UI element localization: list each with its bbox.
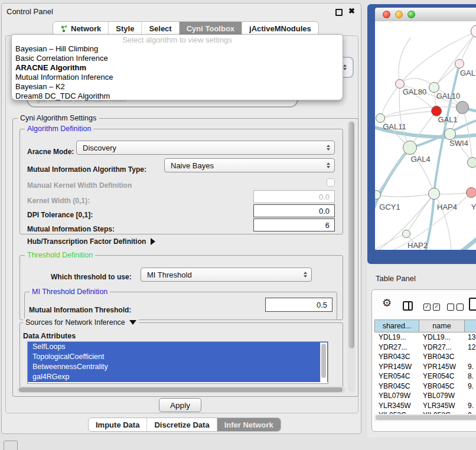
settings-horizontal-scrollbar[interactable]	[17, 386, 345, 393]
apply-button[interactable]: Apply	[159, 398, 201, 412]
control-panel-window: Control Panel ✖ Network Style Select Cyn…	[1, 3, 361, 434]
gal-node[interactable]	[455, 59, 464, 69]
y-node[interactable]	[466, 187, 476, 198]
algorithm-option[interactable]: Dream8 DC_TDC Algorithm	[12, 92, 343, 101]
column-header-shared-name[interactable]: shared...	[374, 319, 419, 332]
cell-name: YDR27...	[419, 343, 465, 353]
settings-vertical-scrollbar[interactable]	[348, 120, 355, 392]
function-icon[interactable]	[469, 298, 476, 311]
tab-infer-network[interactable]: Infer Network	[217, 418, 281, 431]
cell-value: 9.	[465, 362, 476, 372]
algorithm-option[interactable]: Bayesian – K2	[12, 82, 343, 92]
column-view-icon[interactable]	[403, 301, 413, 311]
kernel-width-field[interactable]: 0.0	[253, 190, 335, 203]
cell-shared: YLR345W	[374, 401, 419, 411]
column-header-name[interactable]: name	[419, 319, 465, 332]
algorithm-option[interactable]: Bayesian – Hill Climbing	[12, 44, 343, 54]
table-row[interactable]: YDL19...YDL19...13	[374, 332, 476, 343]
scrollbar-thumb[interactable]	[376, 415, 476, 420]
hap2-node[interactable]	[402, 230, 410, 238]
dpi-tolerance-label: DPI Tolerance [0,1]:	[27, 211, 93, 219]
aracne-mode-label: Aracne Mode:	[27, 148, 74, 156]
tab-select[interactable]: Select	[142, 22, 179, 35]
collapsed-panel-icon[interactable]	[4, 441, 18, 450]
algorithm-option[interactable]: Mutual Information Inference	[12, 73, 343, 82]
sources-title: Sources for Network Inference	[25, 318, 125, 327]
scrollbar-thumb[interactable]	[321, 344, 326, 378]
gal4-node[interactable]	[403, 141, 417, 155]
tab-select-label: Select	[149, 24, 171, 33]
swi4-node[interactable]	[444, 128, 456, 140]
deselect-all-icon[interactable]	[447, 304, 464, 311]
tab-style-label: Style	[116, 24, 134, 33]
attribute-item-selected[interactable]: BetweennessCentrality	[28, 362, 328, 372]
table-row[interactable]: YER054CYER054C8.	[374, 371, 476, 381]
network-window-titlebar[interactable]	[375, 8, 476, 22]
column-divider	[408, 302, 409, 309]
cell-value	[465, 391, 476, 401]
unnamed-node[interactable]	[467, 157, 476, 168]
attribute-item-selected[interactable]: TopologicalCoefficient	[28, 352, 328, 362]
close-traffic-light[interactable]	[383, 11, 390, 18]
manual-kernel-checkbox[interactable]	[327, 178, 335, 187]
table-row[interactable]: YBL079WYBL079W	[374, 391, 476, 401]
cell-value	[465, 352, 476, 362]
hub-definition-expander[interactable]: Hub/Transcription Factor Definition	[27, 237, 155, 246]
node-label: GAL1	[438, 115, 457, 124]
close-icon[interactable]: ✖	[348, 6, 355, 15]
scrollbar-thumb[interactable]	[348, 122, 354, 348]
column-header-partial[interactable]	[465, 319, 476, 332]
hap4-node[interactable]	[428, 188, 440, 200]
attribute-list-scrollbar[interactable]	[320, 343, 327, 383]
mi-type-combo[interactable]: Naive Bayes	[164, 158, 335, 172]
select-all-icon[interactable]: ✓ ✓	[423, 304, 440, 311]
minimize-traffic-light[interactable]	[395, 11, 403, 18]
network-icon	[60, 25, 68, 32]
which-threshold-combo[interactable]: MI Threshold	[141, 268, 312, 282]
sources-expander[interactable]: Sources for Network Inference	[23, 318, 139, 327]
tab-discretize-data[interactable]: Discretize Data	[147, 418, 217, 431]
tab-cyni-toolbox-label: Cyni Toolbox	[187, 24, 234, 33]
attribute-item-selected[interactable]: SelfLoops	[28, 342, 328, 352]
unchecked-box-icon	[457, 304, 464, 311]
network-canvas[interactable]: GAL80GAL10GAL1GAL11SWI4GAL4GCY1HAP4YHAP2…	[375, 21, 476, 250]
data-attributes-list: SelfLoops TopologicalCoefficient Between…	[27, 341, 328, 384]
attribute-item-selected[interactable]: gal4RGexp	[28, 372, 328, 382]
table-row[interactable]: YLR345WYLR345W9.	[374, 401, 476, 411]
mi-threshold-field[interactable]: 0.5	[265, 298, 332, 312]
tab-impute-data[interactable]: Impute Data	[89, 418, 147, 431]
cell-value: 13	[465, 332, 476, 343]
gear-icon[interactable]: ⚙	[382, 296, 392, 309]
mi-steps-field[interactable]: 6	[253, 219, 335, 231]
table-row[interactable]: YPR145WYPR145W9.	[374, 362, 476, 372]
cell-name: YBR043C	[419, 352, 465, 362]
network-edges	[375, 21, 476, 250]
tab-network[interactable]: Network	[53, 22, 109, 35]
unnamed-node[interactable]	[456, 101, 469, 114]
tab-jactivemnodules[interactable]: jActiveMNodules	[242, 22, 318, 35]
dpi-tolerance-field[interactable]: 0.0	[253, 204, 335, 217]
zoom-traffic-light[interactable]	[407, 11, 415, 18]
table-row[interactable]: YBR045CYBR045C9.	[374, 381, 476, 392]
which-threshold-label: Which threshold to use:	[51, 273, 132, 281]
gal11-node[interactable]	[376, 113, 385, 123]
cell-value: 12	[465, 343, 476, 353]
tab-cyni-toolbox[interactable]: Cyni Toolbox	[180, 22, 242, 35]
scrollbar-thumb[interactable]	[19, 387, 343, 392]
which-threshold-value: MI Threshold	[147, 270, 192, 279]
table-panel-body: ⚙ ✓ ✓ shared... name YDL19...YDL19...13 …	[371, 289, 476, 432]
cell-name: YER054C	[419, 371, 465, 381]
table-row[interactable]: YDR27...YDR27...12	[374, 343, 476, 353]
mi-threshold-label: Mutual Information Threshold:	[29, 306, 131, 314]
algorithm-option-selected[interactable]: ARACNE Algorithm	[12, 63, 343, 73]
table-horizontal-scrollbar[interactable]	[374, 414, 476, 421]
cell-name: YLR345W	[419, 401, 465, 411]
table-row[interactable]: YBR043CYBR043C	[374, 352, 476, 362]
cell-name: YBL079W	[419, 391, 465, 401]
algorithm-option[interactable]: Basic Correlation Inference	[12, 54, 343, 63]
float-icon[interactable]	[335, 9, 343, 16]
tab-jactivemnodules-label: jActiveMNodules	[249, 24, 311, 33]
aracne-mode-combo[interactable]: Discovery	[76, 141, 335, 155]
tab-style[interactable]: Style	[109, 22, 142, 35]
cell-name: YPR145W	[419, 362, 465, 372]
